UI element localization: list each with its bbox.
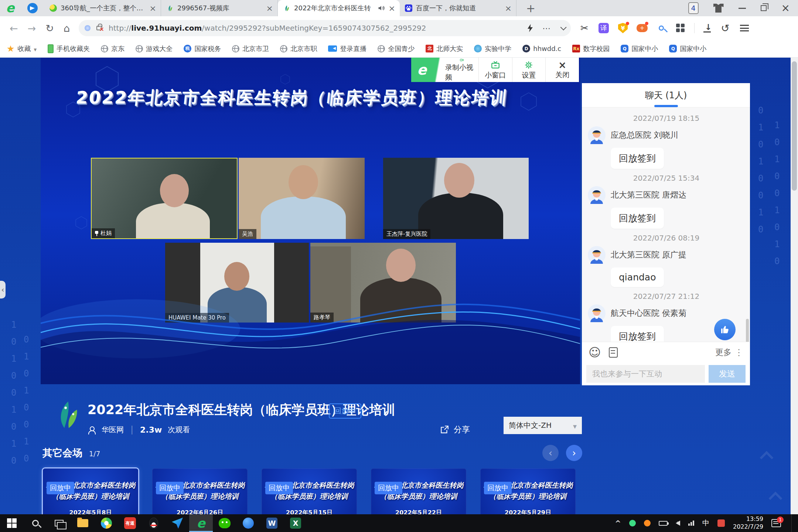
messenger-app-button[interactable] (166, 514, 189, 532)
share-button[interactable]: 分享 (440, 424, 470, 435)
address-bar[interactable]: × http://live.91huayi.com/watch/2995292?… (79, 20, 571, 36)
translate-icon[interactable]: 译 (598, 23, 609, 33)
more-dots-icon[interactable]: ⋯ (542, 24, 551, 33)
more-button[interactable]: 更多 (715, 347, 743, 358)
notification-center-icon[interactable]: 1 (771, 519, 781, 527)
tab-audio-icon[interactable] (378, 4, 385, 12)
tab-close-icon[interactable]: × (389, 4, 395, 13)
session-card-2[interactable]: 回放中 2022年北京市全科医生转岗（临床学员班）理论培训 2022年6月26日… (152, 468, 248, 514)
tab-close-icon[interactable]: × (150, 4, 156, 13)
participant-video-5[interactable]: 路孝琴 (310, 243, 456, 323)
new-tab-button[interactable]: + (526, 2, 535, 15)
games-icon[interactable]: + (637, 23, 648, 34)
input-method-indicator[interactable]: 中 (702, 518, 709, 528)
task-view-button[interactable] (47, 514, 71, 532)
scrollbar-thumb[interactable] (792, 61, 797, 191)
360-browser-button-active[interactable]: e (189, 514, 213, 532)
page-scrollbar[interactable] (791, 58, 798, 514)
bookmark-hhwdd[interactable]: Dhhwdd.c (522, 45, 561, 52)
bookmark-mobile-favorites[interactable]: 手机收藏夹 (48, 44, 90, 53)
session-card-1[interactable]: 回放中 2022年北京市全科医生转岗（临床学员班）理论培训 2022年5月8日 … (43, 468, 138, 514)
close-overlay-button[interactable]: × 关闭 (545, 58, 579, 82)
video-player[interactable]: 2022年北京市全科医生转岗（临床学员班）理论培训 杜娟 吴浩 王杰萍-复兴医院 (41, 58, 580, 384)
show-desktop-strip[interactable] (791, 514, 793, 532)
language-dropdown[interactable]: 简体中文-ZH (504, 417, 582, 434)
tray-green-icon[interactable] (629, 520, 636, 526)
favorites-button[interactable]: 收藏 (7, 44, 37, 54)
like-button[interactable] (714, 319, 736, 340)
messenger-icon[interactable] (27, 3, 38, 13)
tray-orange-icon[interactable] (644, 520, 651, 526)
minimize-button[interactable] (739, 8, 746, 9)
url-text[interactable]: http://live.91huayi.com/watch/2995292?su… (109, 24, 426, 33)
chevron-down-icon[interactable] (560, 24, 567, 30)
taskbar-search-button[interactable] (24, 514, 47, 532)
record-clip-button[interactable]: 录制小视频 (445, 58, 478, 82)
tray-red-icon[interactable] (717, 519, 725, 527)
theme-skin-icon[interactable] (713, 4, 724, 13)
volume-muted-icon[interactable] (676, 521, 680, 526)
bookmark-bjwei[interactable]: 北京市卫 (232, 44, 269, 53)
tray-expand-icon[interactable]: ^ (615, 519, 621, 528)
word-button[interactable]: W (260, 514, 284, 532)
sessions-prev-button[interactable]: ‹ (542, 445, 559, 461)
participant-video-1[interactable]: 杜娟 (91, 158, 238, 239)
chat-scrollbar[interactable] (746, 319, 749, 342)
tab-close-icon[interactable]: × (266, 4, 273, 13)
password-key-icon[interactable] (656, 23, 667, 34)
home-button[interactable]: ⌂ (64, 23, 70, 34)
participant-video-3[interactable]: 王杰萍-复兴医院 (383, 158, 529, 239)
bookmark-bnu[interactable]: 北北师大实 (426, 44, 463, 53)
downloads-icon[interactable] (703, 24, 712, 33)
tab-video-library[interactable]: 2996567-视频库 × (161, 0, 278, 16)
insecure-lock-icon[interactable]: × (96, 26, 102, 30)
notes-icon[interactable] (609, 347, 618, 358)
participant-video-4[interactable]: HUAWEI Mate 30 Pro (165, 243, 309, 323)
session-card-5[interactable]: 回放中 2022年北京市全科医生转岗（临床学员班）理论培训 2022年5月29日… (480, 468, 576, 514)
chat-message-input[interactable] (586, 365, 705, 383)
blue-app-button[interactable] (236, 514, 260, 532)
close-window-button[interactable]: × (781, 4, 790, 12)
bookmark-live-login[interactable]: 登录直播 (328, 44, 366, 53)
qq-button[interactable] (142, 514, 166, 532)
network-icon[interactable] (688, 521, 694, 526)
history-restore-icon[interactable] (720, 23, 731, 34)
bookmark-jd[interactable]: 京东 (101, 44, 125, 53)
settings-button[interactable]: 设置 (512, 58, 546, 82)
bookmark-digital-campus[interactable]: Rx数字校园 (572, 44, 610, 53)
forward-button[interactable]: → (28, 23, 36, 34)
mini-window-button[interactable]: 小窗口 (478, 58, 512, 82)
send-button[interactable]: 发送 (709, 365, 746, 383)
tab-baidu[interactable]: 百度一下，你就知道 × (400, 0, 516, 16)
wallet-shield-icon[interactable]: ¥ (617, 23, 628, 34)
battery-icon[interactable] (659, 521, 668, 526)
excel-button[interactable]: X (284, 514, 307, 532)
screenshot-scissors-icon[interactable] (579, 23, 590, 34)
bookmark-youth[interactable]: 全国青少 (378, 44, 415, 53)
sidebar-collapse-handle[interactable]: ‹ (0, 281, 6, 299)
bookmark-national-school-2[interactable]: Q国家中小 (669, 44, 706, 53)
start-button[interactable] (0, 514, 24, 532)
emoji-icon[interactable] (589, 345, 601, 359)
360-app-button[interactable] (95, 514, 118, 532)
bookmark-national-school-1[interactable]: Q国家中小 (621, 44, 658, 53)
restore-button[interactable] (761, 5, 767, 11)
bookmark-bjzhi[interactable]: 北京市职 (280, 44, 317, 53)
youdao-button[interactable]: 有道 (118, 514, 142, 532)
bookmark-games[interactable]: 游戏大全 (136, 44, 173, 53)
session-card-3[interactable]: 回放中 2022年北京市全科医生转岗（临床学员班）理论培训 2022年5月15日… (262, 468, 357, 514)
participant-video-2[interactable]: 吴浩 (239, 158, 365, 239)
tab-live-training-active[interactable]: 2022年北京市全科医生转 × (278, 0, 400, 16)
back-button[interactable]: ← (10, 23, 18, 34)
tab-360-nav[interactable]: 360导航_一个主页，整个世界 × (44, 0, 161, 16)
reload-button[interactable]: ↻ (45, 23, 54, 34)
tab-close-icon[interactable]: × (505, 4, 512, 13)
session-card-4[interactable]: 回放中 2022年北京市全科医生转岗（临床学员班）理论培训 2022年5月22日… (371, 468, 466, 514)
sessions-next-button[interactable]: › (566, 445, 582, 461)
wechat-button[interactable] (213, 514, 236, 532)
menu-icon[interactable] (739, 23, 750, 34)
bookmark-tax[interactable]: 税国家税务 (184, 44, 221, 53)
file-explorer-button[interactable] (71, 514, 95, 532)
speed-mode-icon[interactable] (528, 24, 533, 32)
chat-message-list[interactable]: 2022/07/19 18:15 应急总医院 刘晓川 回放签到 2022/07/… (582, 108, 750, 342)
